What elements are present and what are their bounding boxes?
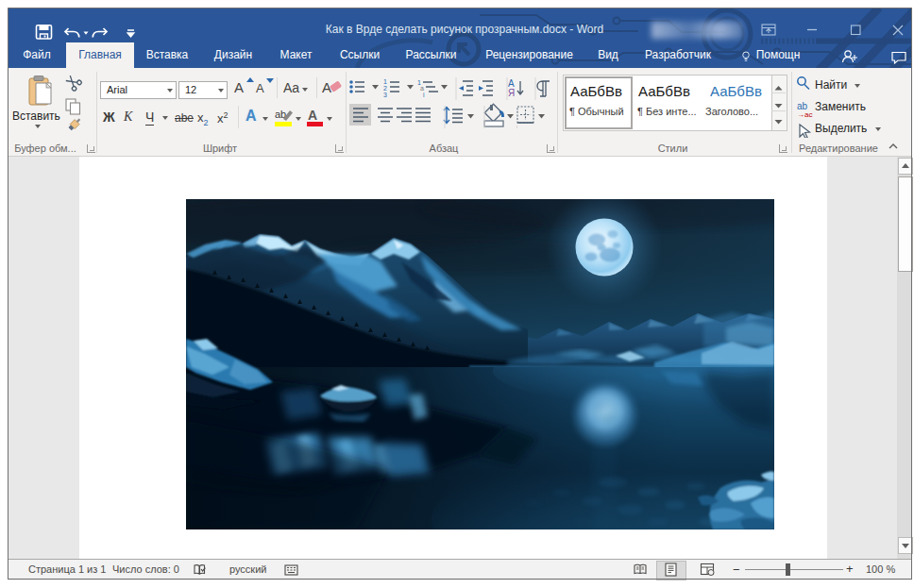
svg-text:2: 2 <box>383 85 387 92</box>
svg-text:i: i <box>423 92 425 98</box>
svg-text:a: a <box>420 85 424 92</box>
svg-text:1: 1 <box>383 78 387 85</box>
svg-text:А: А <box>308 108 317 123</box>
svg-text:Я: Я <box>508 88 515 98</box>
svg-text:→ac: →ac <box>797 110 812 119</box>
svg-text:3: 3 <box>383 92 387 98</box>
